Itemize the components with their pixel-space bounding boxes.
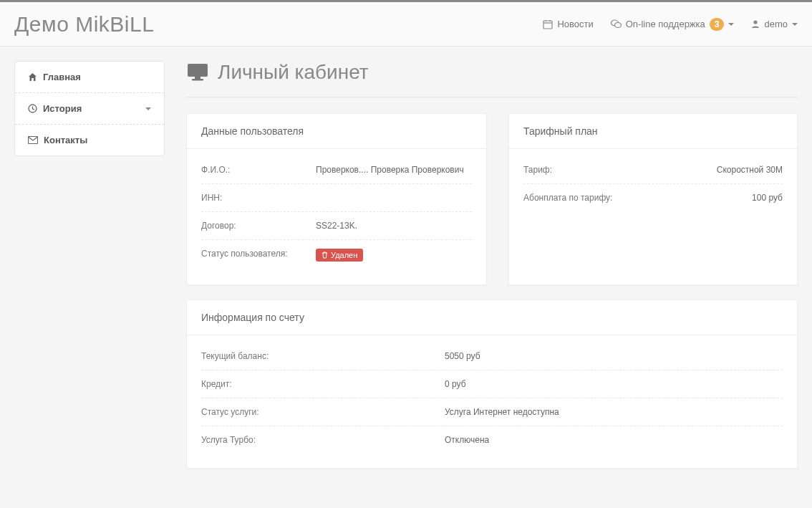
account-panel: Информация по счету Текущий баланс: 5050… [186, 299, 798, 469]
main-container: Главная История Контакты Личный кабинет [0, 47, 812, 483]
brand-logo[interactable]: Демо MikBiLL [14, 12, 154, 37]
data-row-fee: Абонплата по тарифу: 100 руб [523, 184, 783, 211]
sidebar-item-label: Контакты [44, 135, 87, 145]
sidebar-item-history[interactable]: История [15, 93, 164, 125]
tariff-panel: Тарифный план Тариф: Скоростной 30M Абон… [508, 113, 798, 285]
sidebar-item-contacts[interactable]: Контакты [15, 125, 164, 155]
caret-down-icon [792, 23, 798, 26]
svg-rect-11 [195, 77, 200, 79]
nav-right: Новости On-line поддержка 3 demo [543, 18, 798, 31]
data-row-balance: Текущий баланс: 5050 руб [201, 342, 783, 370]
data-value: 5050 руб [445, 351, 783, 361]
user-data-panel: Данные пользователя Ф.И.О.: Проверков...… [186, 113, 487, 285]
data-value: Скоростной 30M [638, 165, 783, 175]
envelope-icon [28, 136, 38, 144]
clock-icon [28, 104, 37, 113]
data-value: SS22-13K. [316, 221, 472, 231]
panel-heading: Данные пользователя [187, 114, 486, 149]
svg-rect-12 [192, 79, 203, 81]
data-label: Тариф: [523, 165, 638, 175]
data-row-service: Статус услуги: Услуга Интернет недоступн… [201, 398, 783, 426]
data-row-credit: Кредит: 0 руб [201, 370, 783, 398]
user-icon [751, 19, 760, 29]
navbar: Демо MikBiLL Новости On-line поддержка 3… [0, 2, 812, 47]
sidebar-item-label: Главная [43, 72, 81, 82]
data-value: 0 руб [445, 379, 783, 389]
panel-heading: Тарифный план [509, 114, 797, 149]
calendar-icon [543, 19, 553, 29]
nav-user-label: demo [764, 19, 788, 29]
data-label: Услуга Турбо: [201, 435, 445, 445]
panel-body: Текущий баланс: 5050 руб Кредит: 0 руб С… [187, 335, 797, 468]
page-title-text: Личный кабинет [218, 61, 369, 84]
data-row-contract: Договор: SS22-13K. [201, 212, 472, 240]
data-label: Ф.И.О.: [201, 165, 316, 175]
trash-icon [322, 251, 328, 259]
svg-rect-0 [543, 21, 552, 29]
sidebar: Главная История Контакты [14, 61, 165, 156]
status-badge-deleted: Удален [316, 249, 363, 262]
data-row-fio: Ф.И.О.: Проверков.... Проверка Проверков… [201, 156, 472, 184]
status-badge-text: Удален [331, 251, 357, 259]
home-icon [28, 72, 37, 82]
data-row-status: Статус пользователя: Удален [201, 240, 472, 270]
sidebar-item-label: История [43, 103, 82, 114]
nav-support-label: On-line поддержка [626, 19, 705, 29]
nav-news-label: Новости [557, 19, 593, 29]
data-label: Договор: [201, 221, 316, 231]
monitor-icon [186, 62, 209, 82]
data-value: Услуга Интернет недоступна [445, 407, 783, 417]
caret-down-icon [145, 107, 151, 110]
panel-heading: Информация по счету [187, 300, 797, 335]
nav-user[interactable]: demo [751, 19, 798, 29]
nav-support[interactable]: On-line поддержка 3 [611, 18, 735, 31]
panel-body: Тариф: Скоростной 30M Абонплата по тариф… [509, 149, 797, 226]
data-value: Проверков.... Проверка Проверкович [316, 165, 472, 175]
data-value: 100 руб [667, 193, 783, 203]
page-title: Личный кабинет [186, 61, 798, 84]
sidebar-item-home[interactable]: Главная [15, 62, 164, 93]
chat-icon [611, 19, 622, 29]
data-label: Статус пользователя: [201, 249, 316, 262]
data-label: Абонплата по тарифу: [523, 193, 667, 203]
panel-body: Ф.И.О.: Проверков.... Проверка Проверков… [187, 149, 486, 284]
data-row-inn: ИНН: [201, 184, 472, 212]
data-row-tariff: Тариф: Скоростной 30M [523, 156, 783, 184]
data-value: Отключена [445, 435, 783, 445]
data-label: Текущий баланс: [201, 351, 445, 361]
title-divider [186, 97, 798, 99]
svg-point-6 [754, 20, 758, 24]
data-label: ИНН: [201, 193, 316, 203]
data-label: Кредит: [201, 379, 445, 389]
nav-news[interactable]: Новости [543, 19, 593, 29]
data-value [316, 193, 472, 203]
data-value: Удален [316, 249, 472, 262]
main-content: Личный кабинет Данные пользователя Ф.И.О… [186, 61, 798, 469]
support-badge: 3 [710, 18, 725, 31]
svg-point-5 [614, 22, 621, 27]
panels-row-1: Данные пользователя Ф.И.О.: Проверков...… [186, 113, 798, 285]
caret-down-icon [728, 23, 734, 26]
data-row-turbo: Услуга Турбо: Отключена [201, 426, 783, 454]
data-label: Статус услуги: [201, 407, 445, 417]
